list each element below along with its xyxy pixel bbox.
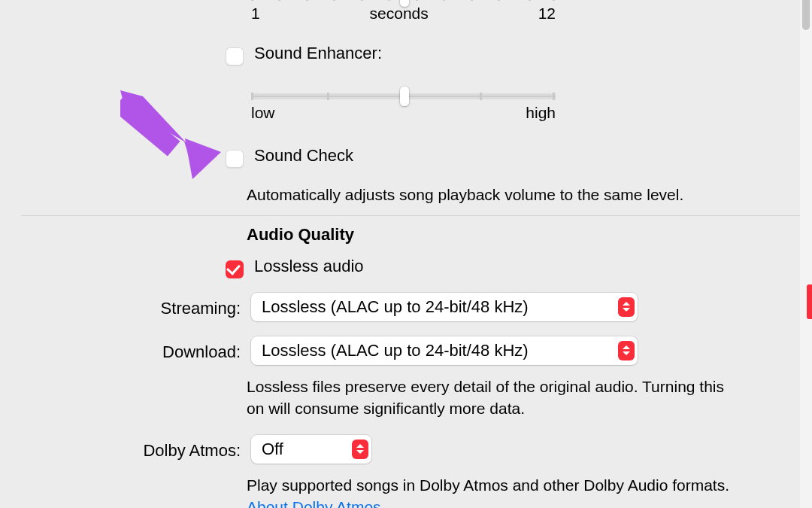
- crossfade-max-label: 12: [538, 5, 556, 23]
- audio-quality-title: Audio Quality: [247, 225, 354, 244]
- scrollbar-thumb[interactable]: [802, 0, 810, 30]
- sound-enhancer-checkbox[interactable]: [226, 47, 244, 65]
- sound-enhancer-slider-thumb[interactable]: [400, 87, 409, 106]
- lossless-audio-label: Lossless audio: [254, 257, 364, 275]
- stepper-icon: [352, 440, 368, 459]
- download-label: Download:: [162, 342, 241, 361]
- streaming-label: Streaming:: [161, 299, 241, 318]
- dolby-atmos-select-value: Off: [262, 440, 291, 459]
- lossless-audio-checkbox[interactable]: [226, 260, 244, 278]
- download-select[interactable]: Lossless (ALAC up to 24-bit/48 kHz): [251, 336, 638, 365]
- accent-edge: [807, 284, 812, 319]
- crossfade-min-label: 1: [251, 5, 260, 23]
- section-divider: [21, 215, 812, 216]
- sound-enhancer-low-label: low: [251, 104, 275, 122]
- sound-check-help: Automatically adjusts song playback volu…: [247, 175, 767, 205]
- vertical-scrollbar[interactable]: [800, 0, 812, 508]
- about-dolby-link[interactable]: About Dolby Atmos.: [247, 498, 385, 508]
- sound-enhancer-label: Sound Enhancer:: [254, 44, 382, 62]
- streaming-select-value: Lossless (ALAC up to 24-bit/48 kHz): [262, 297, 536, 317]
- crossfade-unit-label: seconds: [260, 5, 538, 23]
- lossless-help: Lossless files preserve every detail of …: [247, 371, 728, 420]
- sound-enhancer-high-label: high: [526, 104, 556, 122]
- stepper-icon: [618, 341, 635, 360]
- sound-check-checkbox[interactable]: [226, 150, 244, 168]
- dolby-help: Play supported songs in Dolby Atmos and …: [247, 476, 729, 494]
- streaming-select[interactable]: Lossless (ALAC up to 24-bit/48 kHz): [251, 293, 638, 321]
- dolby-atmos-select[interactable]: Off: [251, 435, 371, 464]
- download-select-value: Lossless (ALAC up to 24-bit/48 kHz): [262, 341, 536, 360]
- stepper-icon: [618, 297, 635, 317]
- sound-enhancer-slider[interactable]: [251, 93, 556, 99]
- sound-check-label: Sound Check: [254, 146, 353, 165]
- dolby-atmos-label: Dolby Atmos:: [143, 441, 241, 460]
